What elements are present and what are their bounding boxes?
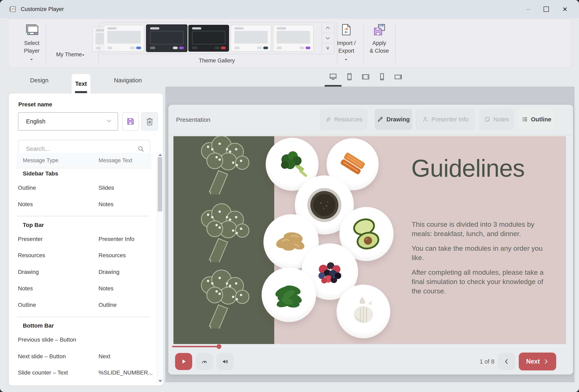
divider (168, 135, 573, 135)
broccoli-illustration (190, 136, 258, 194)
scroll-up-arrow[interactable] (158, 154, 162, 156)
slide-preview: Guidelines This course is divided into 3… (173, 136, 566, 344)
theme-card-dark-red[interactable] (188, 25, 229, 52)
person-icon (422, 116, 429, 123)
table-row[interactable]: Presenter Presenter Info (18, 235, 150, 243)
player-drawing-button[interactable]: Drawing (375, 109, 412, 130)
note-icon (484, 116, 491, 123)
table-row[interactable]: Drawing Drawing (18, 268, 150, 276)
preset-value: English (26, 118, 45, 125)
title-bar: Customize Player – ✕ (0, 0, 579, 18)
table-row[interactable]: Notes Notes (18, 200, 150, 208)
play-button[interactable] (175, 353, 192, 370)
player-outline-button[interactable]: Outline (518, 109, 555, 130)
broccoli-illustration (190, 268, 258, 329)
seek-bar[interactable] (172, 346, 570, 347)
slide-paragraph: This course is divided into 3 modules by… (412, 220, 550, 238)
speedometer-icon (201, 358, 208, 365)
import-export-icon (342, 24, 351, 37)
search-icon (137, 145, 145, 153)
divider (46, 23, 46, 63)
col-message-type: Message Type (23, 157, 59, 164)
table-row[interactable]: Next slide – Button Next (18, 352, 150, 360)
table-row[interactable]: Resources Resources (18, 251, 150, 259)
player-window-icon (25, 24, 39, 37)
import-export-button[interactable]: Import / Export (331, 22, 362, 65)
table-row[interactable]: Outline Slides (18, 184, 150, 192)
seek-bar-thumb[interactable] (217, 344, 221, 349)
device-tablet-portrait-icon[interactable] (345, 72, 354, 81)
preview-canvas: Presentation Resources Drawing Presenter… (165, 87, 575, 382)
list-icon (522, 116, 528, 123)
table-scrollbar[interactable] (157, 152, 163, 384)
seek-bar-fill (172, 346, 219, 347)
select-player-button[interactable]: Select Player (15, 22, 48, 65)
preset-select[interactable]: English (18, 112, 118, 130)
table-section-title: Sidebar Tabs (23, 169, 58, 178)
preset-name-label: Preset name (18, 101, 52, 108)
text-settings-panel: Preset name English Message Type Message… (9, 94, 163, 386)
close-button[interactable]: ✕ (558, 0, 572, 18)
save-preset-button[interactable] (122, 112, 139, 130)
col-message-text: Message Text (99, 157, 132, 164)
tab-text-active[interactable]: Text (72, 74, 90, 94)
table-row[interactable]: Outline Outline (18, 301, 150, 309)
table-row[interactable]: Slide counter – Text %SLIDE_NUMBER... (18, 369, 150, 377)
active-tab-indicator (75, 91, 87, 93)
theme-gallery-label: Theme Gallery (199, 57, 235, 64)
player-notes-button: Notes (479, 109, 514, 130)
table-header: Message Type Message Text (16, 153, 151, 168)
save-floppy-icon (126, 117, 135, 126)
slide-paragraph: After completing all modules, please tak… (412, 268, 550, 296)
device-phone-portrait-icon[interactable] (377, 72, 386, 81)
window-title: Customize Player (21, 0, 64, 18)
device-phone-landscape-icon[interactable] (394, 72, 403, 81)
divider (17, 317, 149, 317)
theme-card-light-blue[interactable] (104, 25, 144, 52)
minimize-button[interactable]: – (521, 0, 535, 18)
chevron-down-icon (106, 119, 112, 123)
divider (395, 23, 396, 63)
tab-navigation[interactable]: Navigation (114, 67, 142, 94)
slide-paragraph: You can take the modules in any order yo… (412, 244, 550, 262)
theme-card-dark-purple-selected[interactable] (146, 24, 188, 52)
theme-card-light-navy[interactable] (231, 25, 271, 52)
play-icon (180, 358, 187, 365)
chevron-left-icon (504, 358, 509, 365)
my-theme-button[interactable]: My Theme (49, 22, 95, 65)
divider (17, 216, 149, 216)
maximize-button[interactable] (539, 0, 553, 18)
player-preview: Presentation Resources Drawing Presenter… (168, 105, 573, 375)
apply-close-button[interactable]: Apply & Close (365, 22, 394, 65)
tab-design[interactable]: Design (30, 67, 48, 94)
paperclip-icon (325, 116, 331, 123)
broccoli-illustration (190, 201, 258, 262)
table-row[interactable]: Previous slide – Button (18, 336, 150, 344)
next-slide-button[interactable]: Next (519, 353, 556, 370)
player-presenter-info-button: Presenter Info (416, 109, 475, 130)
volume-button[interactable] (217, 353, 234, 370)
chevron-down-icon (30, 58, 33, 61)
screenshot: Customize Player – ✕ Select Player My (0, 0, 579, 392)
presentation-title: Presentation (176, 105, 210, 135)
scrollbar-thumb[interactable] (158, 157, 162, 212)
scroll-down-arrow[interactable] (158, 380, 162, 382)
slide-title: Guidelines (411, 154, 525, 182)
playback-speed-button[interactable] (196, 353, 213, 370)
device-desktop-icon[interactable] (329, 72, 338, 81)
chevron-down-icon (345, 58, 347, 61)
table-row[interactable]: Notes Notes (18, 284, 150, 293)
ribbon-toolbar: Select Player My Theme (8, 19, 571, 67)
player-resources-button: Resources (320, 109, 367, 130)
divider (98, 23, 99, 63)
table-section-title: Top Bar (23, 221, 44, 229)
theme-gallery (100, 22, 335, 54)
delete-preset-button[interactable] (141, 112, 158, 130)
previous-slide-button[interactable] (498, 353, 515, 370)
customize-player-window: Customize Player – ✕ Select Player My (0, 0, 579, 392)
pencil-icon (377, 116, 384, 123)
trash-icon (146, 117, 153, 126)
theme-card-light-purple[interactable] (273, 25, 314, 52)
speaker-icon (221, 358, 229, 365)
device-tablet-landscape-icon[interactable] (361, 72, 370, 81)
